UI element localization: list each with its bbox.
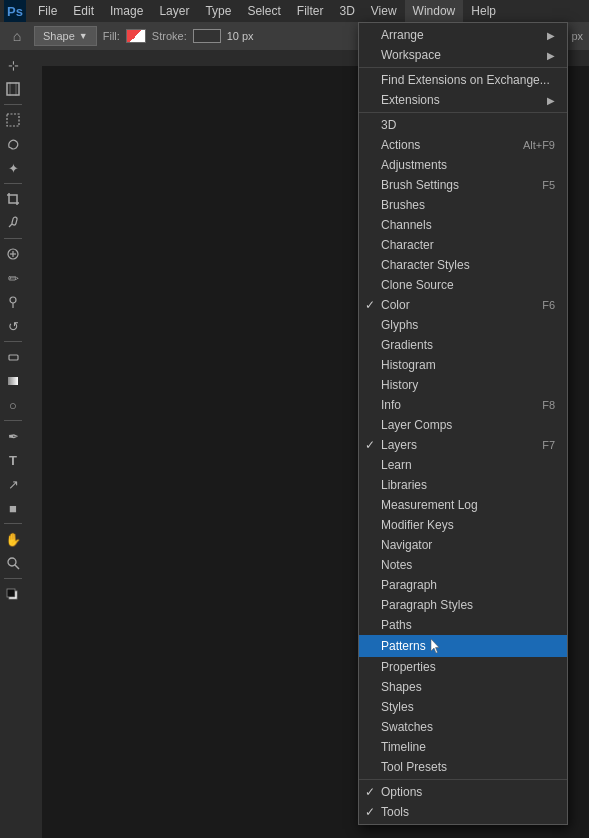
- shortcut-info: F8: [542, 399, 555, 411]
- menu-item-navigator[interactable]: Navigator: [359, 535, 567, 555]
- menu-item-find-extensions[interactable]: Find Extensions on Exchange...: [359, 70, 567, 90]
- menu-item-arrange[interactable]: Arrange ▶: [359, 25, 567, 45]
- menu-separator-3: [359, 779, 567, 780]
- shortcut-brush-settings: F5: [542, 179, 555, 191]
- checkmark-layers-icon: ✓: [365, 438, 375, 452]
- menu-item-options[interactable]: ✓ Options: [359, 782, 567, 802]
- menu-item-tools[interactable]: ✓ Tools: [359, 802, 567, 822]
- shortcut-color: F6: [542, 299, 555, 311]
- checkmark-tools-icon: ✓: [365, 805, 375, 819]
- menu-item-layers[interactable]: ✓ Layers F7: [359, 435, 567, 455]
- menu-item-gradients[interactable]: Gradients: [359, 335, 567, 355]
- menu-item-shapes[interactable]: Shapes: [359, 677, 567, 697]
- menu-item-notes[interactable]: Notes: [359, 555, 567, 575]
- menu-item-paths[interactable]: Paths: [359, 615, 567, 635]
- menu-item-histogram[interactable]: Histogram: [359, 355, 567, 375]
- menu-item-tool-presets[interactable]: Tool Presets: [359, 757, 567, 777]
- menu-item-patterns[interactable]: Patterns: [359, 635, 567, 657]
- arrow-icon: ▶: [547, 30, 555, 41]
- dropdown-overlay[interactable]: Arrange ▶ Workspace ▶ Find Extensions on…: [0, 0, 589, 838]
- menu-item-swatches[interactable]: Swatches: [359, 717, 567, 737]
- menu-item-brushes[interactable]: Brushes: [359, 195, 567, 215]
- menu-item-modifier-keys[interactable]: Modifier Keys: [359, 515, 567, 535]
- menu-separator-1: [359, 67, 567, 68]
- menu-item-paragraph-styles[interactable]: Paragraph Styles: [359, 595, 567, 615]
- window-menu: Arrange ▶ Workspace ▶ Find Extensions on…: [358, 22, 568, 825]
- menu-item-brush-settings[interactable]: Brush Settings F5: [359, 175, 567, 195]
- menu-item-workspace[interactable]: Workspace ▶: [359, 45, 567, 65]
- menu-item-history[interactable]: History: [359, 375, 567, 395]
- menu-item-timeline[interactable]: Timeline: [359, 737, 567, 757]
- arrow-icon: ▶: [547, 95, 555, 106]
- menu-item-properties[interactable]: Properties: [359, 657, 567, 677]
- menu-item-libraries[interactable]: Libraries: [359, 475, 567, 495]
- menu-item-clone-source[interactable]: Clone Source: [359, 275, 567, 295]
- menu-item-color[interactable]: ✓ Color F6: [359, 295, 567, 315]
- menu-item-actions[interactable]: Actions Alt+F9: [359, 135, 567, 155]
- menu-item-3d[interactable]: 3D: [359, 115, 567, 135]
- menu-item-channels[interactable]: Channels: [359, 215, 567, 235]
- shortcut-layers: F7: [542, 439, 555, 451]
- menu-item-extensions[interactable]: Extensions ▶: [359, 90, 567, 110]
- menu-item-layer-comps[interactable]: Layer Comps: [359, 415, 567, 435]
- mouse-cursor-icon: [430, 638, 440, 654]
- menu-item-info[interactable]: Info F8: [359, 395, 567, 415]
- menu-item-learn[interactable]: Learn: [359, 455, 567, 475]
- checkmark-color-icon: ✓: [365, 298, 375, 312]
- checkmark-options-icon: ✓: [365, 785, 375, 799]
- menu-item-measurement-log[interactable]: Measurement Log: [359, 495, 567, 515]
- arrow-icon: ▶: [547, 50, 555, 61]
- menu-item-character-styles[interactable]: Character Styles: [359, 255, 567, 275]
- menu-item-character[interactable]: Character: [359, 235, 567, 255]
- menu-item-glyphs[interactable]: Glyphs: [359, 315, 567, 335]
- menu-item-paragraph[interactable]: Paragraph: [359, 575, 567, 595]
- menu-item-styles[interactable]: Styles: [359, 697, 567, 717]
- shortcut-actions: Alt+F9: [523, 139, 555, 151]
- menu-item-adjustments[interactable]: Adjustments: [359, 155, 567, 175]
- menu-separator-2: [359, 112, 567, 113]
